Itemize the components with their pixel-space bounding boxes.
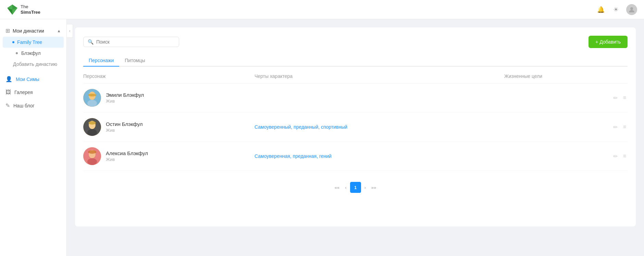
avatar-ostin xyxy=(83,118,101,136)
blog-icon: ✎ xyxy=(5,102,10,109)
notification-icon[interactable]: 🔔 xyxy=(596,5,606,14)
top-row: 🔍 + Добавить xyxy=(83,36,628,48)
sidebar-item-blackful[interactable]: Блэкфул xyxy=(3,48,64,59)
topbar: The SimsTree 🔔 ☀ xyxy=(0,0,644,19)
next-page-button[interactable]: › xyxy=(362,184,368,191)
sidebar-item-gallery[interactable]: 🖼 Галерея xyxy=(0,86,66,99)
traits-ostin: Самоуверенный, преданный, спортивный xyxy=(255,124,504,130)
first-page-button[interactable]: «« xyxy=(333,184,342,191)
svg-point-6 xyxy=(87,100,97,107)
edit-button-aleksia[interactable]: ✏ xyxy=(612,152,619,161)
sidebar-item-blog[interactable]: ✎ Наш блог xyxy=(0,99,66,112)
avatar-emily xyxy=(83,89,101,107)
dynasties-icon: ⊞ xyxy=(5,27,10,34)
user-avatar[interactable] xyxy=(626,4,637,15)
char-name-ostin: Остин Блэкфул xyxy=(106,121,143,127)
svg-point-11 xyxy=(88,121,96,125)
table-header: Персонаж Черты характера Жизненные цели xyxy=(83,73,628,83)
logo-icon xyxy=(7,4,18,15)
topbar-icons: 🔔 ☀ xyxy=(596,4,637,15)
add-dynasty-item[interactable]: Добавить династию xyxy=(0,59,66,70)
page-1-button[interactable]: 1 xyxy=(350,182,361,193)
logo: The SimsTree xyxy=(7,4,40,15)
row-actions-aleksia: ✏ ≡ xyxy=(607,152,628,161)
dot-icon xyxy=(16,52,18,54)
svg-point-7 xyxy=(88,94,96,96)
row-actions-ostin: ✏ ≡ xyxy=(607,123,628,132)
row-actions-emily: ✏ ≡ xyxy=(607,93,628,103)
search-input[interactable] xyxy=(96,39,175,45)
app-layout: ⊞ Мои династии ▲ Family Tree Блэкфул Доб… xyxy=(0,19,644,256)
char-cell-emily: Эмили Блэкфул Жив xyxy=(83,89,255,107)
content-card: 🔍 + Добавить Персонажи Питомцы Персонаж … xyxy=(75,27,636,226)
sidebar-toggle[interactable]: ‹ xyxy=(67,24,73,38)
edit-button-emily[interactable]: ✏ xyxy=(612,93,619,103)
prev-page-button[interactable]: ‹ xyxy=(343,184,348,191)
char-status-ostin: Жив xyxy=(106,128,143,133)
edit-button-ostin[interactable]: ✏ xyxy=(612,123,619,132)
table-row: Остин Блэкфул Жив Самоуверенный, преданн… xyxy=(83,113,628,142)
svg-point-3 xyxy=(630,7,633,10)
tabs: Персонажи Питомцы xyxy=(83,55,628,67)
sims-icon: 👤 xyxy=(5,76,12,82)
col-header-actions xyxy=(607,73,628,79)
search-box[interactable]: 🔍 xyxy=(83,37,179,47)
sidebar: ⊞ Мои династии ▲ Family Tree Блэкфул Доб… xyxy=(0,19,67,256)
avatar-aleksia xyxy=(83,147,101,165)
char-status-aleksia: Жив xyxy=(106,157,148,162)
char-cell-aleksia: Алексиа Блэкфул Жив xyxy=(83,147,255,165)
search-icon: 🔍 xyxy=(88,39,94,45)
sidebar-item-my-sims[interactable]: 👤 Мои Симы xyxy=(0,72,66,86)
my-dynasties-header[interactable]: ⊞ Мои династии ▲ xyxy=(0,25,66,37)
char-status-emily: Жив xyxy=(106,98,144,104)
char-cell-ostin: Остин Блэкфул Жив xyxy=(83,118,255,136)
add-button[interactable]: + Добавить xyxy=(589,36,628,48)
delete-button-emily[interactable]: ≡ xyxy=(622,93,628,102)
last-page-button[interactable]: »» xyxy=(369,184,378,191)
pagination: «« ‹ 1 › »» xyxy=(83,182,628,193)
logo-text: The SimsTree xyxy=(21,4,40,15)
delete-button-ostin[interactable]: ≡ xyxy=(622,123,628,131)
traits-aleksia: Самоуверенная, преданная, гений xyxy=(255,153,504,159)
col-header-goals: Жизненные цели xyxy=(504,73,607,79)
theme-icon[interactable]: ☀ xyxy=(611,5,621,14)
sidebar-item-family-tree[interactable]: Family Tree xyxy=(3,37,64,48)
tab-pets[interactable]: Питомцы xyxy=(119,55,151,66)
char-name-aleksia: Алексиа Блэкфул xyxy=(106,150,148,156)
svg-point-15 xyxy=(88,150,96,154)
col-header-character: Персонаж xyxy=(83,73,255,79)
col-header-traits: Черты характера xyxy=(255,73,504,79)
table-row: Алексиа Блэкфул Жив Самоуверенная, преда… xyxy=(83,142,628,171)
gallery-icon: 🖼 xyxy=(5,89,11,95)
sidebar-dynasties-section: ⊞ Мои династии ▲ Family Tree Блэкфул Доб… xyxy=(0,25,66,70)
svg-point-10 xyxy=(87,129,97,136)
char-name-emily: Эмили Блэкфул xyxy=(106,92,144,98)
main-content: 🔍 + Добавить Персонажи Питомцы Персонаж … xyxy=(67,19,644,256)
delete-button-aleksia[interactable]: ≡ xyxy=(622,152,628,161)
tab-characters[interactable]: Персонажи xyxy=(83,55,119,66)
collapse-icon: ▲ xyxy=(57,28,61,33)
table-row: Эмили Блэкфул Жив ✏ ≡ xyxy=(83,83,628,113)
svg-point-14 xyxy=(87,158,97,165)
